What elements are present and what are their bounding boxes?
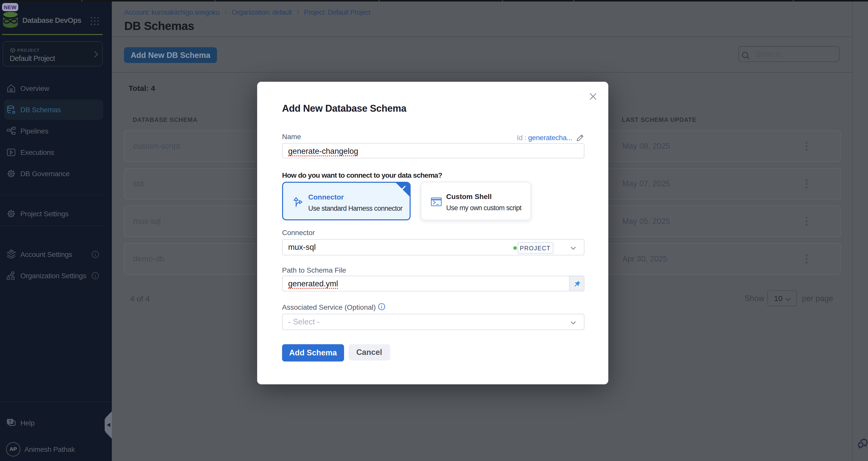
svg-text:?: ?	[9, 419, 11, 424]
